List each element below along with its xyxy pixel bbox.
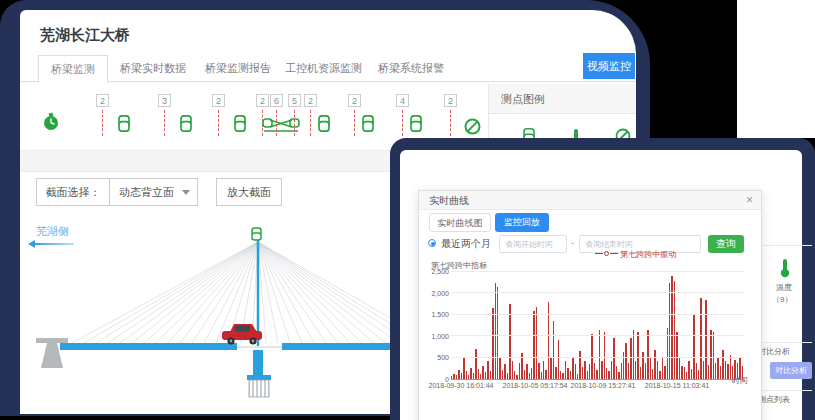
link-icon[interactable] [234, 115, 246, 136]
legend-series-label: 第七跨跨中振动 [620, 250, 676, 259]
thermometer-icon[interactable] [778, 258, 792, 282]
sensor-position-tick [310, 110, 311, 136]
popup-window: 温度 （9） 对比分析 对比分析 测点列表 实时曲线 × 实时曲线图 监控回放 … [390, 138, 815, 420]
main-tabbar: 桥梁监测 桥梁实时数据 桥梁监测报告 工控机资源监测 桥梁系统报警 [20, 55, 636, 82]
chart-bar [470, 368, 471, 379]
chart-bar [451, 376, 452, 379]
tab-monitor-playback[interactable]: 监控回放 [495, 213, 549, 232]
y-tick-label: 1,500 [421, 311, 449, 318]
chart-bar [473, 373, 474, 379]
chart-bar [691, 369, 692, 379]
chart-bar [647, 330, 648, 379]
chart-bar [604, 332, 605, 379]
chart-bar [577, 374, 578, 379]
chart-legend[interactable]: 第七跨跨中振动 [595, 249, 676, 260]
chart-bar [681, 366, 682, 379]
chart-bar [628, 363, 629, 379]
video-monitor-button[interactable]: 视频监控 [583, 53, 635, 79]
compare-section-label: 对比分析 [758, 346, 790, 357]
background-corner [737, 0, 815, 138]
chart-bar [512, 361, 513, 379]
chart-bar [570, 371, 571, 379]
chart-bar [621, 363, 622, 379]
tab-ipc-resource[interactable]: 工控机资源监测 [285, 55, 362, 82]
chart-bar [531, 368, 532, 379]
divider [762, 245, 812, 246]
query-button[interactable]: 查询 [708, 235, 744, 253]
chart-bar [553, 321, 554, 379]
chart-bar [693, 315, 694, 379]
chart-bar [599, 330, 600, 379]
last-two-months-label: 最近两个月 [441, 237, 491, 251]
zoom-section-button[interactable]: 放大截面 [216, 178, 282, 206]
chart-bar [468, 375, 469, 379]
realtime-curve-modal: 实时曲线 × 实时曲线图 监控回放 最近两个月 - 查询 第七跨跨中振动 第七跨… [418, 190, 762, 420]
link-icon[interactable] [362, 115, 374, 136]
tower-top-sensor-icon [252, 228, 261, 240]
chart-bar [686, 372, 687, 379]
chart-bar [705, 300, 706, 379]
sensor-count-badge: 2 [444, 94, 457, 107]
chart-bar [676, 332, 677, 379]
chart-bar [529, 373, 530, 379]
chart-bar [635, 361, 636, 379]
chart-bar [659, 371, 660, 379]
chart-bar [461, 373, 462, 379]
chart-bar [485, 372, 486, 379]
chart-bar [710, 330, 711, 379]
chart-bar [456, 375, 457, 379]
chart-bar [696, 363, 697, 379]
chart-bar [567, 368, 568, 379]
y-tick-label: 2,000 [421, 290, 449, 297]
link-icon[interactable] [118, 115, 130, 136]
sensor-count-badge: 5 [288, 94, 301, 107]
tab-bridge-monitor[interactable]: 桥梁监测 [38, 55, 108, 83]
sensor-count-badge: 2 [96, 94, 109, 107]
chart-bar [502, 370, 503, 379]
start-time-input[interactable] [499, 235, 567, 253]
chart-bar [700, 298, 701, 379]
chart-bar [727, 364, 728, 379]
modal-title: 实时曲线 [429, 194, 469, 208]
link-icon[interactable] [180, 115, 192, 136]
chart-bar [640, 367, 641, 379]
last-two-months-radio[interactable] [428, 239, 436, 247]
chart-bar [679, 357, 680, 379]
chart-bar [562, 373, 563, 379]
section-select-dropdown[interactable]: 动态背立面 [109, 179, 197, 205]
chart-bar [657, 361, 658, 379]
link-icon[interactable] [410, 115, 422, 136]
x-tick-label: 2018-10-15 11:03:41 [639, 382, 715, 389]
tab-system-alarm[interactable]: 桥梁系统报警 [378, 55, 444, 82]
chart-bar [674, 281, 675, 379]
chart-bar [594, 363, 595, 379]
link-icon[interactable] [318, 115, 330, 136]
chart-bar [715, 363, 716, 379]
x-axis-title: 时间 [732, 375, 748, 386]
clock-icon[interactable] [42, 112, 60, 136]
sensor-count-badge: 2 [348, 94, 361, 107]
chart-bar [618, 372, 619, 379]
chart-bar [538, 363, 539, 379]
chart-bars [451, 272, 744, 379]
section-select-group: 截面选择： 动态背立面 [36, 178, 198, 206]
sensor-count-badge: 2 [304, 94, 317, 107]
chart-bar [725, 361, 726, 379]
tab-realtime-curve[interactable]: 实时曲线图 [429, 213, 491, 232]
chart-bar [596, 370, 597, 379]
chart-bar [730, 355, 731, 379]
chart-bar [587, 371, 588, 379]
tab-monitor-report[interactable]: 桥梁监测报告 [205, 55, 271, 82]
chart-bar [509, 304, 510, 379]
x-tick-label: 2018-09-30 16:01:44 [423, 382, 499, 389]
chart-bar [533, 311, 534, 379]
chart-bar [625, 343, 626, 379]
close-icon[interactable]: × [746, 193, 753, 207]
ban-icon[interactable] [464, 118, 481, 139]
chart-bar [453, 374, 454, 379]
chart-bar [645, 363, 646, 379]
tab-realtime-data[interactable]: 桥梁实时数据 [120, 55, 186, 82]
chart-bar [630, 338, 631, 379]
chart-bar [524, 370, 525, 379]
compare-analysis-button[interactable]: 对比分析 [770, 362, 812, 379]
